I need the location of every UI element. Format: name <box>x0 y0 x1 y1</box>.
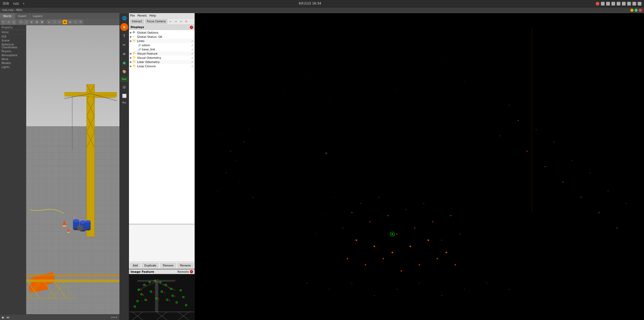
svg-point-145 <box>626 203 626 204</box>
rviz-menubar: File Panels Help <box>129 13 195 18</box>
step-btn[interactable]: ⏭ <box>7 316 10 319</box>
gazebo-tab-bar: World Insert Layers <box>0 13 120 19</box>
win-close-btn[interactable] <box>639 9 642 12</box>
svg-point-136 <box>545 166 546 167</box>
sidebar-item-lights[interactable]: Lights <box>0 65 26 69</box>
toolbar-btn-8[interactable]: ✱ <box>40 20 44 24</box>
toolbar-btn-2[interactable]: ↗ <box>6 20 11 24</box>
tree-item-global-status[interactable]: ▶ ✓ Global Status: Ok <box>129 35 195 39</box>
toolbar-arrow-right[interactable]: → <box>174 19 178 24</box>
tree-item-visual-feature[interactable]: ▶ 📁 Visual Feature ✓ <box>129 51 195 56</box>
svg-point-69 <box>153 282 154 283</box>
sidebar-item-gui[interactable]: GUI <box>0 35 26 39</box>
tree-item-lidar-odometry[interactable]: ▶ 📁 Lidar Odometry ✓ <box>129 60 195 64</box>
bottom-structure <box>26 242 120 314</box>
rename-button[interactable]: Rename <box>178 263 193 268</box>
sidebar-item-models[interactable]: Models <box>0 61 26 65</box>
sidebar-item-physics[interactable]: Physics <box>0 49 26 53</box>
displays-close-btn[interactable]: ✕ <box>190 26 193 29</box>
tab-layers[interactable]: Layers <box>30 13 45 19</box>
toolbar-btn-13[interactable]: ⊟ <box>68 20 72 24</box>
app-label[interactable]: rviz <box>13 2 19 6</box>
tree-item-visual-odometry[interactable]: ▶ 📁 Visual Odometry ✓ <box>129 56 195 60</box>
tree-item-base-link[interactable]: 🔗 base_link ✓ <box>129 47 195 51</box>
menu-panels[interactable]: Panels <box>137 14 147 17</box>
toolbar-btn-9[interactable]: ▸ <box>47 20 51 24</box>
paint-bucket-icon[interactable]: 🎨 <box>120 68 128 76</box>
svg-point-109 <box>334 197 334 197</box>
displays-title: Displays <box>131 25 144 29</box>
svg-point-99 <box>217 191 217 191</box>
tree-item-loop-closure[interactable]: ▶ 📁 Loop Closure ✓ <box>129 64 195 68</box>
duplicate-button[interactable]: Duplicate <box>142 263 159 268</box>
svg-point-140 <box>580 197 581 198</box>
gazebo-3d-scene[interactable] <box>26 25 120 314</box>
toolbar-btn-3[interactable]: □ <box>12 20 16 24</box>
svg-point-147 <box>307 74 307 75</box>
gazebo-browser-icon[interactable]: G <box>120 23 128 31</box>
toolbar-btn-7[interactable]: ⊠ <box>34 20 39 24</box>
svg-point-139 <box>572 160 573 161</box>
pencil-icon[interactable]: ✏ <box>120 41 128 49</box>
svg-point-152 <box>419 74 420 75</box>
svg-point-110 <box>414 227 415 228</box>
target-icon[interactable]: ◎ <box>120 83 128 91</box>
svg-point-132 <box>518 120 519 121</box>
focus-camera-btn[interactable]: Focus Camera <box>145 19 167 24</box>
image-feature-close[interactable]: ✕ <box>190 270 193 273</box>
tab-world[interactable]: World <box>0 13 15 19</box>
svg-point-105 <box>387 215 388 216</box>
svg-point-117 <box>316 234 316 234</box>
svg-marker-37 <box>48 279 74 298</box>
sidebar-item-atmosphere[interactable]: Atmosphere <box>0 53 26 57</box>
menu-file[interactable]: File <box>130 14 135 17</box>
sidebar-item-spherical[interactable]: Spherical Coordinates <box>0 43 26 49</box>
menu-icon[interactable]: ≡ <box>120 50 128 58</box>
system-bar: 活动 rviz ▾ 8月22日 16:34 <box>0 0 644 7</box>
tab-insert[interactable]: Insert <box>15 13 30 19</box>
toolbar-btn-6[interactable]: ⊕ <box>29 20 34 24</box>
svg-point-153 <box>442 59 442 59</box>
toolbar-btn-5[interactable]: ◇ <box>24 20 29 24</box>
svg-point-135 <box>536 129 537 130</box>
displays-header: Displays ✕ <box>129 25 195 30</box>
menu-help[interactable]: Help <box>149 14 156 17</box>
sphere-icon[interactable]: ● <box>120 59 128 67</box>
toolbar-btn-14[interactable]: + <box>73 20 78 24</box>
toolbar-btn-10[interactable]: ⛶ <box>52 20 57 24</box>
svg-rect-35 <box>26 274 120 276</box>
trajectory-line <box>26 155 101 242</box>
add-button[interactable]: Add <box>130 263 140 268</box>
remove-button[interactable]: Remove <box>160 263 176 268</box>
toolbar-x[interactable]: ✕ <box>184 19 188 24</box>
more-options-btn[interactable]: ••• <box>111 315 117 319</box>
tree-item-links[interactable]: ▶ 📁 Links ✓ <box>129 39 195 43</box>
sidebar-item-scene[interactable]: Scene <box>0 39 26 43</box>
toolbar-plus[interactable]: + <box>179 19 183 24</box>
globe-icon[interactable]: 🌐 <box>120 14 128 22</box>
gazebo-sidebar: Property Value GUI Scene Spherical Coord… <box>0 25 26 314</box>
win-max-btn[interactable] <box>635 9 638 12</box>
tree-item-global-options[interactable]: ▶ ⚙ Global Options <box>129 30 195 35</box>
toolbar-btn-15[interactable]: ✎ <box>78 20 83 24</box>
toolbar-arrow-left[interactable]: ← <box>168 19 173 24</box>
interact-btn[interactable]: Interact <box>130 19 144 24</box>
toolbar-btn-12[interactable]: ★ <box>63 20 67 24</box>
toolbar-btn-11[interactable]: ⬡ <box>57 20 62 24</box>
tree-item-odom[interactable]: 🔗 odom ✓ <box>129 43 195 47</box>
mute-icon[interactable]: Mut <box>120 101 128 104</box>
svg-point-115 <box>325 216 325 216</box>
app-dropdown[interactable]: ▾ <box>23 2 24 5</box>
point-cloud-panel[interactable]: + <box>195 13 644 320</box>
svg-point-74 <box>153 292 154 293</box>
square-icon[interactable]: ⬜ <box>120 92 128 100</box>
toolbar-btn-4[interactable]: ○ <box>19 20 23 24</box>
win-min-btn[interactable] <box>630 9 633 12</box>
svg-point-163 <box>464 289 465 290</box>
text-editor-icon[interactable]: T <box>120 32 128 40</box>
rviz-brand-icon[interactable]: RViz <box>120 77 128 82</box>
toolbar-btn-1[interactable]: ↖ <box>1 20 6 24</box>
play-btn[interactable]: ▶ <box>2 316 4 319</box>
sidebar-item-wind[interactable]: Wind <box>0 57 26 61</box>
svg-point-100 <box>253 197 253 198</box>
